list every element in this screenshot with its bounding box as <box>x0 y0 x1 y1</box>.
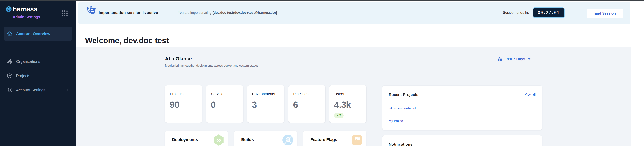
module-title: Builds <box>241 137 254 142</box>
module-card-feature-flags[interactable]: Feature Flags <box>303 131 366 146</box>
impersonation-banner: Impersonation session is active You are … <box>78 2 630 24</box>
view-all-link[interactable]: View all <box>525 93 536 96</box>
notifications-title: Notifications <box>389 142 412 146</box>
sitemap-icon <box>7 59 13 65</box>
screen: harness Admin Settings Account Overview <box>0 0 644 146</box>
module-title: Deployments <box>172 137 198 142</box>
metric-label: Pipelines <box>293 92 308 96</box>
session-ends-label: Session ends in: <box>486 11 529 15</box>
logo-wordmark: harness <box>13 5 38 13</box>
metric-label: Environments <box>252 92 275 96</box>
metric-label: Users <box>334 92 344 96</box>
metric-value: 0 <box>211 100 216 110</box>
banner-subtitle: You are impersonating[dev.doc test(dev.d… <box>178 11 277 15</box>
deployments-infinity-icon: ∞ <box>213 135 224 146</box>
harness-logo-icon <box>5 5 12 13</box>
sidebar-item-account-settings[interactable]: Account Settings <box>4 84 72 96</box>
metric-value: 3 <box>252 100 257 110</box>
project-link[interactable]: vikram-sahu-default <box>389 107 416 110</box>
sidebar: harness Admin Settings Account Overview <box>0 1 76 146</box>
date-range-label: Last 7 Days <box>504 57 525 61</box>
impersonated-user: [dev.doc test(dev.doc+test@harness.io)] <box>212 11 277 14</box>
module-card-deployments[interactable]: Deployments ∞ <box>165 131 228 146</box>
sidebar-item-label: Organizations <box>16 59 40 64</box>
harness-logo[interactable]: harness <box>5 5 38 13</box>
admin-settings-label: Admin Settings <box>13 15 40 19</box>
session-countdown-timer: 00:27:01 <box>532 7 565 18</box>
sidebar-item-organizations[interactable]: Organizations <box>4 56 72 68</box>
feature-flag-icon <box>352 135 362 146</box>
module-accent-rule <box>4 22 72 22</box>
page-title: Welcome, dev.doc test <box>85 36 169 45</box>
module-title: Feature Flags <box>310 137 337 142</box>
cube-icon <box>7 73 13 79</box>
date-range-picker[interactable]: Last 7 Days <box>498 57 531 61</box>
sidebar-divider <box>4 48 72 48</box>
notifications-panel: Notifications <box>382 135 542 146</box>
metric-value: 6 <box>293 100 298 110</box>
metric-value: 90 <box>170 100 179 110</box>
metric-card-users: Users 4.3k + 7 <box>330 85 366 123</box>
divider <box>389 102 536 102</box>
project-link[interactable]: My Project <box>389 119 404 123</box>
banner-title: Impersonation session is active <box>99 10 158 15</box>
metric-card-services: Services 0 <box>206 85 243 123</box>
module-card-builds[interactable]: Builds <box>234 131 297 146</box>
at-a-glance-subtitle: Metrics brings together deployments acro… <box>165 64 258 68</box>
metric-card-pipelines: Pipelines 6 <box>288 85 325 123</box>
metric-card-environments: Environments 3 <box>247 85 284 123</box>
scrollbar-track[interactable] <box>630 1 644 146</box>
theater-masks-icon <box>86 5 97 16</box>
apps-grid-icon[interactable] <box>62 10 68 16</box>
gear-icon <box>7 87 13 93</box>
sidebar-item-label: Projects <box>16 73 30 78</box>
builds-magnifier-icon <box>282 135 293 146</box>
end-session-button[interactable]: End Session <box>587 8 624 18</box>
chevron-down-icon <box>528 58 531 60</box>
metric-value: 4.3k <box>334 100 351 110</box>
divider <box>389 115 536 115</box>
at-a-glance-title: At a Glance <box>165 56 192 62</box>
metric-label: Projects <box>170 92 183 96</box>
recent-projects-title: Recent Projects <box>389 92 418 97</box>
chevron-right-icon <box>66 88 69 92</box>
calendar-icon <box>498 57 502 61</box>
home-icon <box>7 31 13 37</box>
sidebar-item-label: Account Overview <box>16 31 50 36</box>
sidebar-item-account-overview[interactable]: Account Overview <box>4 27 72 41</box>
recent-projects-panel: Recent Projects View all vikram-sahu-def… <box>382 86 542 130</box>
sidebar-item-projects[interactable]: Projects <box>4 70 72 82</box>
sidebar-item-label: Account Settings <box>16 88 46 92</box>
browser-chrome-strip <box>0 0 644 1</box>
impersonating-prefix: You are impersonating <box>178 11 211 14</box>
metric-card-projects: Projects 90 <box>165 85 202 123</box>
metric-label: Services <box>211 92 226 96</box>
users-delta-badge: + 7 <box>334 113 344 118</box>
